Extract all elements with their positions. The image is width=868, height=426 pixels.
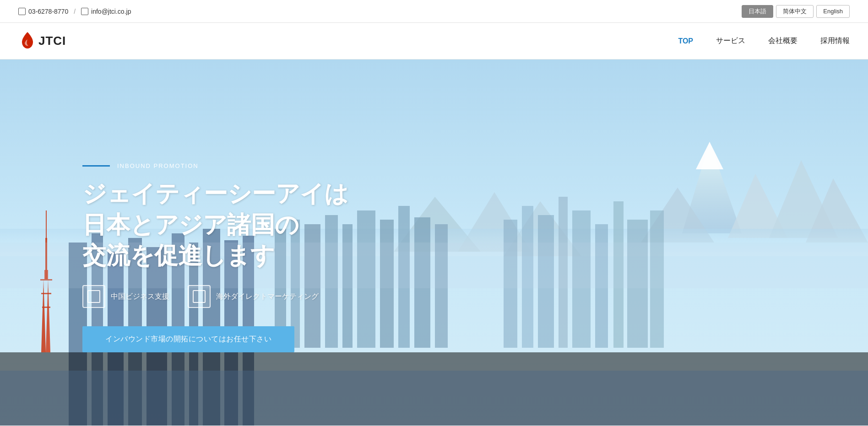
china-service-label: 中国ビジネス支援 <box>111 292 169 302</box>
tagline-label: INBOUND PROMOTION <box>117 162 199 169</box>
email-icon <box>81 8 88 15</box>
phone-icon <box>18 8 26 15</box>
logo-svg-icon <box>18 31 37 51</box>
nav-item-top[interactable]: TOP <box>678 37 693 45</box>
main-nav: TOP サービス 会社概要 採用情報 <box>678 36 850 46</box>
hero-service-china[interactable]: 中国ビジネス支援 <box>82 285 169 308</box>
separator: / <box>74 8 76 15</box>
china-service-icon-inner <box>87 290 100 303</box>
nav-item-services[interactable]: サービス <box>716 36 745 46</box>
overseas-service-icon-inner <box>193 290 206 303</box>
overseas-service-icon <box>188 285 211 308</box>
email-info: info@jtci.co.jp <box>81 8 131 15</box>
hero-section: INBOUND PROMOTION ジェイティーシーアイは 日本とアジア諸国の … <box>0 59 868 426</box>
svg-rect-44 <box>46 210 47 240</box>
overseas-service-label: 海外ダイレクトマーケティング <box>216 292 319 302</box>
china-service-icon <box>82 285 105 308</box>
nav-item-careers[interactable]: 採用情報 <box>820 36 850 46</box>
main-header: JTCI TOP サービス 会社概要 採用情報 <box>0 23 868 59</box>
top-bar-left: 03-6278-8770 / info@jtci.co.jp <box>18 8 742 15</box>
language-switcher: 日本語 简体中文 English <box>742 5 850 18</box>
lang-btn-japanese[interactable]: 日本語 <box>742 5 773 18</box>
logo-link[interactable]: JTCI <box>18 31 66 51</box>
lang-btn-chinese[interactable]: 简体中文 <box>776 5 814 18</box>
logo-text: JTCI <box>38 34 66 48</box>
nav-item-about[interactable]: 会社概要 <box>768 36 797 46</box>
phone-info: 03-6278-8770 <box>18 8 68 15</box>
svg-rect-49 <box>0 371 868 426</box>
phone-number: 03-6278-8770 <box>28 8 68 15</box>
svg-rect-46 <box>41 293 51 294</box>
hero-tagline: INBOUND PROMOTION <box>82 162 348 169</box>
hero-title-line2: 日本とアジア諸国の <box>82 210 348 241</box>
email-address: info@jtci.co.jp <box>91 8 131 15</box>
hero-services: 中国ビジネス支援 海外ダイレクトマーケティング <box>82 285 348 308</box>
top-bar: 03-6278-8770 / info@jtci.co.jp 日本語 简体中文 … <box>0 0 868 23</box>
tagline-bar <box>82 165 110 167</box>
hero-title-line3: 交流を促進します <box>82 240 348 271</box>
hero-content: INBOUND PROMOTION ジェイティーシーアイは 日本とアジア諸国の … <box>82 162 348 352</box>
hero-title-line1: ジェイティーシーアイは <box>82 178 348 210</box>
hero-title: ジェイティーシーアイは 日本とアジア諸国の 交流を促進します <box>82 178 348 271</box>
lang-btn-english[interactable]: English <box>816 5 850 18</box>
hero-service-overseas[interactable]: 海外ダイレクトマーケティング <box>188 285 319 308</box>
svg-rect-47 <box>42 307 50 308</box>
hero-cta-button[interactable]: インバウンド市場の開拓についてはお任せ下さい <box>82 326 294 352</box>
